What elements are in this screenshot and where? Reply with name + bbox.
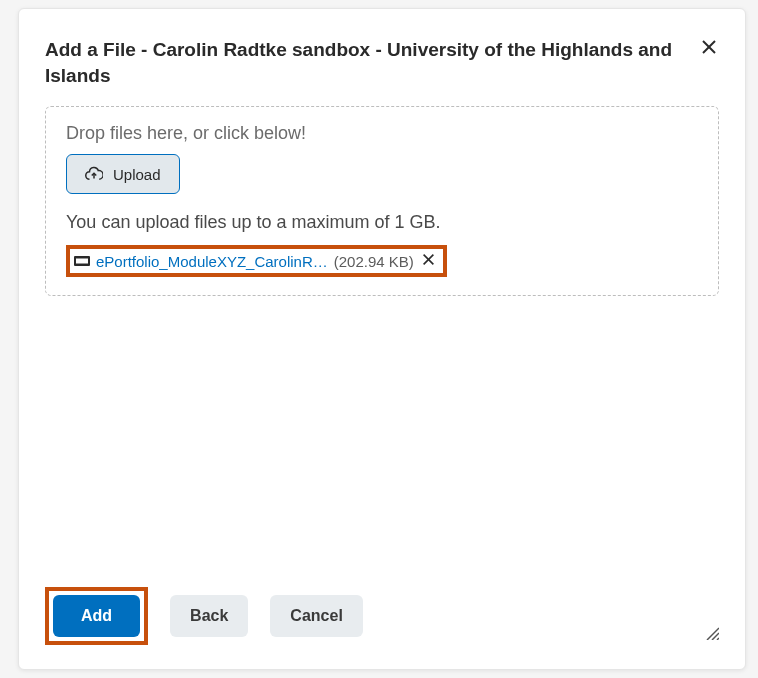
dialog-body: Drop files here, or click below! Upload … (45, 106, 719, 575)
file-icon (74, 255, 90, 267)
add-button[interactable]: Add (53, 595, 140, 637)
upload-icon (85, 165, 103, 183)
remove-file-button[interactable] (420, 252, 437, 270)
close-icon (701, 39, 717, 59)
upload-button[interactable]: Upload (66, 154, 180, 194)
file-dropzone[interactable]: Drop files here, or click below! Upload … (45, 106, 719, 296)
footer-buttons: Add Back Cancel (45, 587, 363, 645)
dropzone-prompt: Drop files here, or click below! (66, 123, 698, 144)
close-button[interactable] (699, 37, 719, 60)
uploaded-file-name[interactable]: ePortfolio_ModuleXYZ_CarolinR… (96, 253, 328, 270)
dialog-footer: Add Back Cancel (45, 587, 719, 645)
dialog-title: Add a File - Carolin Radtke sandbox - Un… (45, 37, 699, 88)
svg-rect-3 (76, 259, 88, 264)
resize-handle[interactable] (703, 624, 719, 645)
add-button-highlight: Add (45, 587, 148, 645)
cancel-button[interactable]: Cancel (270, 595, 362, 637)
upload-button-label: Upload (113, 166, 161, 183)
uploaded-file-size: (202.94 KB) (334, 253, 414, 270)
resize-icon (703, 624, 719, 644)
upload-limit-text: You can upload files up to a maximum of … (66, 212, 698, 233)
back-button[interactable]: Back (170, 595, 248, 637)
uploaded-file-row: ePortfolio_ModuleXYZ_CarolinR… (202.94 K… (66, 245, 447, 277)
close-icon (422, 252, 435, 269)
add-file-dialog: Add a File - Carolin Radtke sandbox - Un… (18, 8, 746, 670)
svg-line-8 (717, 638, 719, 640)
dialog-header: Add a File - Carolin Radtke sandbox - Un… (45, 37, 719, 88)
